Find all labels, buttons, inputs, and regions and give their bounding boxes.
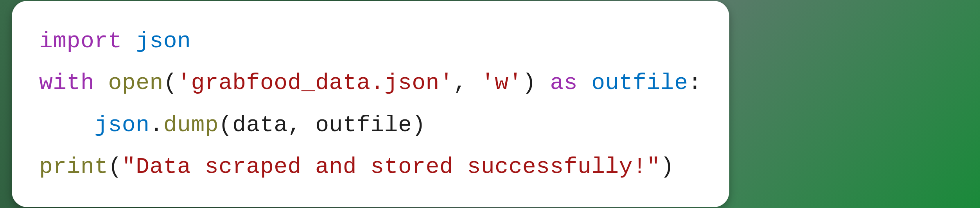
string-message: "Data scraped and stored successfully!"	[122, 154, 661, 180]
variable-outfile-ref: outfile	[315, 112, 412, 138]
code-line-2: with open('grabfood_data.json', 'w') as …	[39, 70, 702, 96]
variable-data: data	[232, 112, 287, 138]
keyword-import: import	[39, 28, 122, 54]
code-line-4: print("Data scraped and stored successfu…	[39, 154, 674, 180]
paren-close: )	[412, 112, 425, 138]
indent	[39, 112, 94, 138]
comma: ,	[288, 112, 302, 138]
string-filename: 'grabfood_data.json'	[177, 70, 453, 96]
code-line-1: import json	[39, 28, 191, 54]
module-json-ref: json	[94, 112, 149, 138]
module-json: json	[136, 28, 191, 54]
function-dump: dump	[163, 112, 219, 138]
paren-close: )	[661, 154, 674, 180]
code-line-3: json.dump(data, outfile)	[39, 112, 426, 138]
code-block: import json with open('grabfood_data.jso…	[12, 1, 729, 207]
keyword-with: with	[39, 70, 94, 96]
variable-outfile: outfile	[591, 70, 688, 96]
colon: :	[688, 70, 702, 96]
keyword-as: as	[550, 70, 578, 96]
paren-open: (	[163, 70, 177, 96]
paren-open: (	[108, 154, 122, 180]
function-open: open	[108, 70, 163, 96]
comma: ,	[453, 70, 467, 96]
string-mode: 'w'	[481, 70, 522, 96]
paren-close: )	[522, 70, 536, 96]
dot: .	[149, 112, 163, 138]
paren-open: (	[219, 112, 232, 138]
function-print: print	[39, 154, 108, 180]
